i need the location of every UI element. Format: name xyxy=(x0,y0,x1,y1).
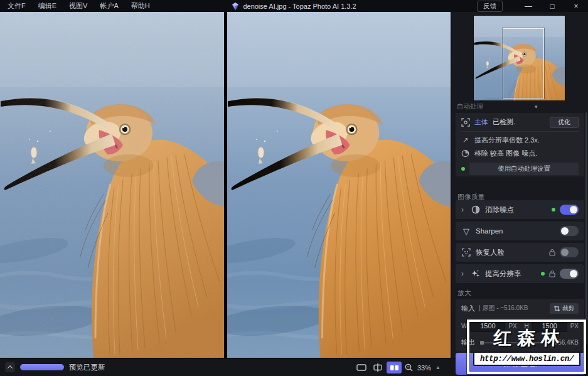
chevron-right-icon[interactable]: › xyxy=(461,205,466,214)
app-window: 文件F 编辑E 视图V 帐户A 帮助H denoise AI.jpg - Top… xyxy=(0,0,588,376)
after-image-pane[interactable] xyxy=(227,12,451,358)
after-image xyxy=(227,12,451,358)
filter-row-face-recovery[interactable]: 恢复人脸 xyxy=(456,243,584,262)
preview-progress-bar xyxy=(20,364,64,370)
maximize-button[interactable]: □ xyxy=(540,2,564,11)
menu-file[interactable]: 文件F xyxy=(8,1,26,11)
denoise-dial-icon xyxy=(461,149,469,158)
side-by-side-view-icon xyxy=(390,365,399,371)
collapse-panel-button[interactable] xyxy=(5,362,15,372)
filter-row-upscale[interactable]: › 提高分辨率 xyxy=(456,264,584,283)
crop-icon xyxy=(554,306,560,311)
auto-dot xyxy=(541,272,545,276)
filter-row-sharpen[interactable]: ▽ Sharpen xyxy=(456,222,584,240)
autopilot-status-dot xyxy=(461,167,465,171)
collapse-caret-icon[interactable]: ▾ xyxy=(535,104,538,110)
face-recovery-icon xyxy=(461,248,471,257)
menu-view[interactable]: 视图V xyxy=(69,1,87,11)
watermark-url: http://www.hoslin.cn/ xyxy=(473,352,580,366)
denoise-icon xyxy=(471,205,481,214)
navigator-thumbnail[interactable] xyxy=(474,16,565,100)
filter-row-denoise[interactable]: › 消除噪点 xyxy=(456,200,584,219)
view-mode-group xyxy=(354,362,402,373)
minimize-button[interactable]: — xyxy=(516,2,540,11)
face-recovery-toggle[interactable] xyxy=(560,247,579,257)
filter-label: 恢复人脸 xyxy=(476,248,505,257)
image-canvas xyxy=(0,12,451,358)
single-view-icon xyxy=(356,364,366,371)
upscale-toggle[interactable] xyxy=(560,269,579,279)
subject-frame-icon xyxy=(461,118,470,127)
lock-icon xyxy=(549,270,555,277)
side-by-side-view-button[interactable] xyxy=(387,362,402,373)
menu-bar: 文件F 编辑E 视图V 帐户A 帮助H xyxy=(0,1,150,11)
autopilot-section-header[interactable]: 自动处理 ▾ xyxy=(457,102,582,111)
filter-label: Sharpen xyxy=(476,227,503,235)
refine-subject-button[interactable]: 优化 xyxy=(550,117,579,128)
navigator-viewport-rect[interactable] xyxy=(503,28,544,99)
sparkles-icon xyxy=(471,269,481,278)
scale-section-header: 放大 xyxy=(457,289,471,298)
upscale-arrow-icon: ↗ xyxy=(461,136,469,144)
zoom-dropdown-caret-icon[interactable]: ▲ xyxy=(436,365,441,370)
filter-label: 消除噪点 xyxy=(485,205,514,215)
sharpen-icon: ▽ xyxy=(461,227,471,236)
watermark-box: 红森林 http://www.hoslin.cn/ xyxy=(467,320,586,374)
subject-label: 主体 xyxy=(474,117,488,127)
watermark-title: 红森林 xyxy=(469,326,585,351)
zoom-level[interactable]: 33% xyxy=(417,364,431,372)
lock-icon xyxy=(549,249,555,256)
split-view-icon xyxy=(373,363,383,372)
upscale-summary: 提高分辨率倍数 2.3x. xyxy=(474,136,540,145)
before-image xyxy=(0,12,224,358)
denoise-toggle[interactable] xyxy=(560,205,579,215)
chevron-right-icon[interactable]: › xyxy=(461,269,466,278)
title-bar: 文件F 编辑E 视图V 帐户A 帮助H denoise AI.jpg - Top… xyxy=(0,0,588,12)
preview-status-text: 预览已更新 xyxy=(69,363,105,372)
denoise-summary: 移除 较高 图像 噪点. xyxy=(474,149,537,158)
single-view-button[interactable] xyxy=(354,362,369,373)
subject-status: 已检测. xyxy=(493,117,515,127)
zoom-control: 33% ▲ xyxy=(405,362,441,373)
close-button[interactable]: × xyxy=(564,2,588,11)
menu-help[interactable]: 帮助H xyxy=(131,1,150,11)
autopilot-label: 自动处理 xyxy=(457,102,483,111)
sharpen-toggle[interactable] xyxy=(560,226,579,236)
feedback-button[interactable]: 反馈 xyxy=(477,1,503,12)
right-sidebar: 自动处理 ▾ 主体 已检测. 优化 ↗ 提高分辨率倍数 2.3x. xyxy=(452,12,588,358)
apply-autopilot-button[interactable]: 使用自动处理设置 xyxy=(469,163,579,175)
input-info: | 原图 - ~516.0KB xyxy=(479,304,528,313)
menu-edit[interactable]: 编辑E xyxy=(38,1,56,11)
input-label: 输入 xyxy=(461,304,475,313)
zoom-out-icon[interactable] xyxy=(405,363,413,372)
auto-dot xyxy=(552,208,555,212)
chevron-up-icon xyxy=(8,365,13,370)
autopilot-card: 主体 已检测. 优化 ↗ 提高分辨率倍数 2.3x. 移除 较高 图像 噪点. … xyxy=(456,113,584,176)
split-view-button[interactable] xyxy=(370,362,385,373)
before-image-pane[interactable] xyxy=(0,12,224,358)
crop-button[interactable]: 裁剪 xyxy=(550,303,579,314)
sidebar-scrollbar[interactable] xyxy=(585,112,587,345)
menu-account[interactable]: 帐户A xyxy=(100,1,118,11)
topaz-gem-icon xyxy=(232,3,239,10)
filter-label: 提高分辨率 xyxy=(485,269,521,279)
